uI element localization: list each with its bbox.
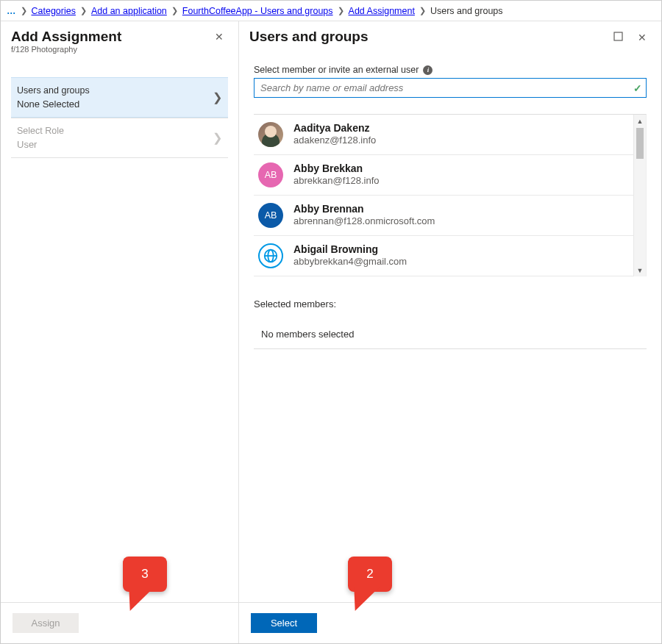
chevron-right-icon: ❯ — [171, 6, 178, 15]
breadcrumb-link[interactable]: Categories — [32, 6, 76, 16]
left-title: Add Assignment — [11, 29, 121, 45]
globe-icon — [263, 248, 279, 264]
user-email: adakenz@f128.info — [293, 135, 376, 147]
avatar — [258, 243, 283, 268]
search-label: Select member or invite an external user… — [254, 65, 647, 75]
avatar: AB — [258, 162, 283, 187]
breadcrumb-link[interactable]: Add Assignment — [349, 6, 415, 16]
scroll-down-icon[interactable]: ▼ — [634, 264, 646, 276]
step-users-and-groups[interactable]: Users and groups None Selected ❯ — [11, 77, 228, 118]
chevron-right-icon: ❯ — [419, 6, 426, 15]
right-pane: Users and groups ✕ Select member or invi… — [239, 21, 661, 643]
user-row[interactable]: Aaditya Dakenzadakenz@f128.info — [254, 115, 646, 155]
right-title: Users and groups — [249, 29, 369, 45]
close-icon[interactable]: ✕ — [635, 29, 649, 46]
breadcrumb-link[interactable]: Add an application — [91, 6, 167, 16]
info-icon[interactable]: i — [423, 65, 433, 75]
user-row[interactable]: ABAbby Brennanabrennan@f128.onmicrosoft.… — [254, 196, 646, 236]
left-pane: Add Assignment f/128 Photography ✕ Users… — [1, 21, 239, 643]
left-subtitle: f/128 Photography — [11, 45, 121, 54]
user-row[interactable]: Abigail Browningabbybrekkan4@gmail.com — [254, 236, 646, 276]
scroll-up-icon[interactable]: ▲ — [634, 115, 646, 127]
user-email: abbybrekkan4@gmail.com — [293, 256, 407, 268]
user-name: Abby Brekkan — [293, 162, 380, 175]
user-email: abrennan@f128.onmicrosoft.com — [293, 215, 435, 228]
close-icon[interactable]: ✕ — [212, 29, 227, 45]
assign-button: Assign — [13, 613, 79, 633]
step-label: Select Role — [17, 126, 64, 136]
chevron-right-icon: ❯ — [80, 6, 87, 15]
avatar — [258, 122, 283, 147]
avatar: AB — [258, 203, 283, 228]
restore-icon[interactable] — [611, 29, 626, 46]
chevron-right-icon: ❯ — [213, 90, 222, 104]
user-email: abrekkan@f128.info — [293, 175, 380, 187]
breadcrumb-ellipsis[interactable]: … — [7, 6, 16, 16]
selected-members-box: No members selected — [254, 320, 647, 349]
chevron-right-icon: ❯ — [213, 131, 222, 145]
user-name: Abby Brennan — [293, 203, 435, 215]
annotation-callout-2: 2 — [348, 557, 392, 592]
user-row[interactable]: ABAbby Brekkanabrekkan@f128.info — [254, 155, 646, 196]
breadcrumb-current: Users and groups — [430, 6, 503, 16]
selected-members-label: Selected members: — [254, 298, 647, 310]
user-name: Aaditya Dakenz — [293, 122, 376, 135]
step-select-role: Select Role User ❯ — [11, 118, 228, 158]
chevron-right-icon: ❯ — [338, 6, 344, 15]
chevron-right-icon: ❯ — [21, 6, 27, 15]
select-button[interactable]: Select — [251, 613, 317, 633]
breadcrumb-link[interactable]: FourthCoffeeApp - Users and groups — [182, 6, 333, 16]
scrollbar[interactable]: ▲ ▼ — [633, 115, 646, 276]
scroll-thumb[interactable] — [636, 128, 644, 159]
callout-label: 3 — [141, 567, 148, 581]
step-value: None Selected — [17, 99, 90, 110]
user-name: Abigail Browning — [293, 243, 407, 256]
callout-label: 2 — [366, 567, 373, 581]
annotation-callout-3: 3 — [123, 557, 167, 592]
checkmark-icon: ✓ — [633, 82, 642, 94]
svg-rect-0 — [614, 32, 622, 40]
search-input[interactable] — [254, 78, 647, 98]
step-value: User — [17, 139, 64, 150]
breadcrumb: … ❯ Categories ❯ Add an application ❯ Fo… — [1, 1, 661, 21]
user-list[interactable]: Aaditya Dakenzadakenz@f128.infoABAbby Br… — [254, 115, 646, 276]
step-label: Users and groups — [17, 85, 90, 96]
